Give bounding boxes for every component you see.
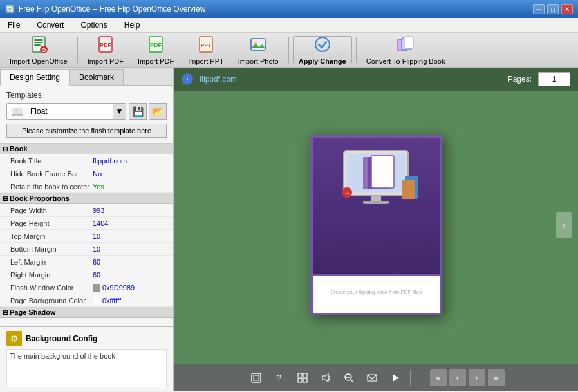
svg-marker-36 <box>322 374 328 382</box>
book-group-header[interactable]: ⊟ Book <box>0 144 173 154</box>
last-page-button[interactable]: » <box>488 369 505 386</box>
import-ppt-label: Import PPT <box>188 57 224 65</box>
svg-rect-32 <box>298 373 302 377</box>
import-pdf-1-icon: PDF <box>97 35 115 56</box>
preview-pages-input[interactable] <box>538 72 570 86</box>
prop-flash-window-color: Flash Window Color 0x9D9989 <box>0 281 173 294</box>
prop-value-book-title[interactable]: flippdf.com <box>90 157 173 165</box>
prop-name-book-title: Book Title <box>0 157 90 165</box>
prop-name-right-margin: Right Margin <box>0 271 90 279</box>
prop-value-page-height[interactable]: 1404 <box>90 219 173 227</box>
menu-options[interactable]: Options <box>75 19 112 31</box>
svg-rect-18 <box>404 37 413 48</box>
svg-marker-41 <box>393 374 399 382</box>
svg-rect-1 <box>34 39 43 41</box>
zoom-out-button[interactable] <box>340 369 357 386</box>
properties-tree: ⊟ Book Book Title flippdf.com Hide Book … <box>0 144 173 326</box>
page-shadow-group-header[interactable]: ⊟ Page Shadow <box>0 307 173 318</box>
import-openoffice-button[interactable]: O Import OpenOffice <box>4 36 73 64</box>
bg-config-section: ⚙ Background Config The main background … <box>0 326 173 391</box>
svg-text:PDF: PDF <box>150 42 162 48</box>
maximize-button[interactable]: □ <box>547 4 559 14</box>
first-page-button[interactable]: « <box>430 369 447 386</box>
back-page-text: Create your flipping book from PDF files <box>313 276 440 295</box>
svg-rect-35 <box>303 378 307 382</box>
toolbar: O Import OpenOffice PDF Import PDF PDF I… <box>0 33 578 68</box>
grid-button[interactable] <box>294 369 311 386</box>
nav-group: « ‹ › » <box>430 369 505 386</box>
apply-change-label: Apply Change <box>299 57 346 65</box>
email-button[interactable] <box>364 369 380 386</box>
customize-button[interactable]: Please customize the flash template here <box>6 124 167 138</box>
right-panel: i flippdf.com Pages: <box>174 68 578 391</box>
import-photo-button[interactable]: Import Photo <box>232 36 284 64</box>
tabs: Design Setting Bookmark <box>0 68 173 86</box>
import-ppt-button[interactable]: PPT Import PPT <box>182 36 230 64</box>
prop-value-top-margin[interactable]: 10 <box>90 232 173 240</box>
menu-bar: File Convert Options Help <box>0 18 578 33</box>
import-pdf-2-button[interactable]: PDF Import PDF <box>132 36 180 64</box>
menu-help[interactable]: Help <box>119 19 145 31</box>
import-photo-icon <box>249 35 267 56</box>
load-template-button[interactable]: 📂 <box>149 103 167 120</box>
prop-value-hide-frame[interactable]: No <box>90 170 173 178</box>
prop-name-bottom-margin: Bottom Margin <box>0 245 90 253</box>
prop-value-retain-center[interactable]: Yes <box>90 183 173 191</box>
prop-value-bottom-margin[interactable]: 10 <box>90 245 173 253</box>
template-arrow[interactable]: ▼ <box>113 103 126 120</box>
prop-name-hide-frame: Hide Book Frame Bar <box>0 170 90 178</box>
bg-config-icon: ⚙ <box>6 331 22 346</box>
prop-page-bg-color: Page Background Color 0xffffff <box>0 294 173 307</box>
main-content: Design Setting Bookmark Templates 📖 Floa… <box>0 68 578 391</box>
menu-file[interactable]: File <box>3 19 25 31</box>
apply-change-button[interactable]: Apply Change <box>293 36 352 64</box>
save-template-button[interactable]: 💾 <box>129 103 147 120</box>
screenshot-button[interactable] <box>248 369 265 386</box>
left-panel: Design Setting Bookmark Templates 📖 Floa… <box>0 68 174 391</box>
import-pdf-2-label: Import PDF <box>138 57 174 65</box>
prop-value-left-margin[interactable]: 60 <box>90 258 173 266</box>
prop-hide-frame: Hide Book Frame Bar No <box>0 167 173 180</box>
prop-value-right-margin[interactable]: 60 <box>90 271 173 279</box>
title-bar-controls: ─ □ ✕ <box>533 4 573 14</box>
apply-change-icon <box>313 35 331 56</box>
prop-value-page-bg-color[interactable]: 0xffffff <box>90 297 173 304</box>
close-button[interactable]: ✕ <box>561 4 573 14</box>
next-page-arrow[interactable]: › <box>556 212 572 238</box>
next-page-nav-button[interactable]: › <box>469 369 485 386</box>
app-title: Free Flip OpenOffice -- Free Flip OpenOf… <box>19 5 205 14</box>
convert-button[interactable]: Convert To Flipping Book <box>360 36 451 64</box>
import-pdf-1-button[interactable]: PDF Import PDF <box>82 36 129 64</box>
play-button[interactable] <box>387 369 404 386</box>
import-pdf-2-icon: PDF <box>147 35 165 56</box>
tab-design[interactable]: Design Setting <box>0 69 70 86</box>
svg-line-38 <box>351 380 353 382</box>
collapse-icon: ⊟ <box>3 145 8 153</box>
book-back-page: Create your flipping book from PDF files <box>313 274 440 313</box>
import-pdf-1-label: Import PDF <box>88 57 124 65</box>
book-proportions-group-header[interactable]: ⊟ Book Proportions <box>0 193 173 204</box>
bg-config-label: Background Config <box>26 334 97 343</box>
prop-retain-center: Retain the book to center Yes <box>0 180 173 193</box>
prop-book-title: Book Title flippdf.com <box>0 154 173 167</box>
menu-convert[interactable]: Convert <box>32 19 69 31</box>
svg-rect-3 <box>34 44 41 46</box>
svg-rect-24 <box>371 196 381 201</box>
help-button[interactable]: ? <box>271 369 288 386</box>
prev-page-button[interactable]: ‹ <box>449 369 466 386</box>
prop-name-page-height: Page Height <box>0 219 90 227</box>
minimize-button[interactable]: ─ <box>533 4 545 14</box>
template-save-btns: 💾 📂 <box>129 103 167 120</box>
import-ppt-icon: PPT <box>197 35 215 56</box>
templates-label: Templates <box>6 91 167 100</box>
tab-bookmark[interactable]: Bookmark <box>70 69 124 85</box>
import-openoffice-label: Import OpenOffice <box>10 57 68 65</box>
prop-left-margin: Left Margin 60 <box>0 256 173 268</box>
bg-config-text: The main background of the book <box>6 349 167 387</box>
prop-value-flash-window-color[interactable]: 0x9D9989 <box>90 284 173 292</box>
audio-button[interactable] <box>317 369 334 386</box>
template-name: Float <box>28 107 113 116</box>
prop-name-flash-window-color: Flash Window Color <box>0 284 90 292</box>
prop-value-page-width[interactable]: 993 <box>90 207 173 214</box>
template-dropdown[interactable]: 📖 Float ▼ <box>6 103 126 120</box>
